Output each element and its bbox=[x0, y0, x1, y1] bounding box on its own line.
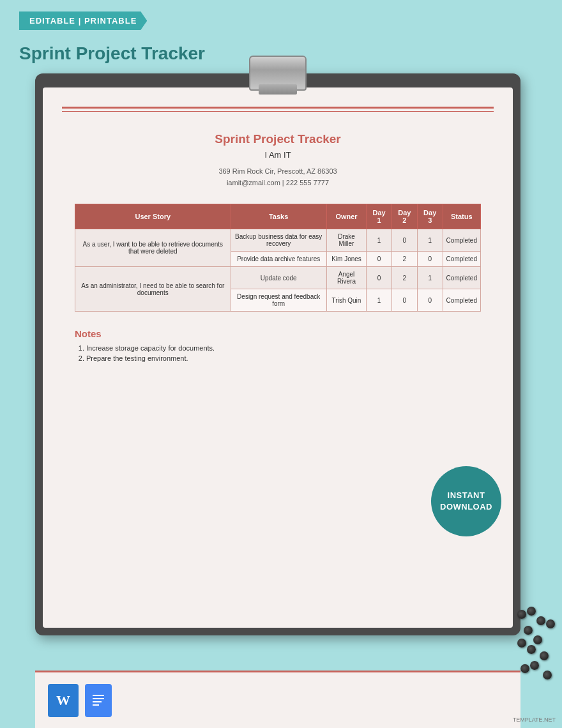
pushpin-11 bbox=[520, 664, 529, 673]
pushpin-6 bbox=[527, 645, 536, 654]
cell-day2: 2 bbox=[392, 252, 418, 267]
document-address: 369 Rim Rock Cir, Prescott, AZ 86303 iam… bbox=[75, 166, 481, 188]
badge-line1: INSTANT bbox=[448, 490, 485, 501]
cell-tasks: Design request and feedback form bbox=[231, 289, 326, 312]
cell-status: Completed bbox=[443, 229, 480, 252]
instant-download-badge[interactable]: INSTANT DOWNLOAD bbox=[431, 466, 501, 536]
pushpins-group bbox=[492, 600, 556, 696]
cell-day3: 1 bbox=[417, 229, 443, 252]
clipboard: Sprint Project Tracker I Am IT 369 Rim R… bbox=[35, 73, 520, 635]
editable-printable-banner: EDITABLE | PRINTABLE bbox=[19, 11, 147, 30]
cell-day3: 1 bbox=[417, 267, 443, 289]
document-title: Sprint Project Tracker bbox=[75, 132, 481, 146]
address-line1: 369 Rim Rock Cir, Prescott, AZ 86303 bbox=[218, 167, 337, 175]
word-icon[interactable]: W bbox=[48, 684, 79, 717]
col-user-story: User Story bbox=[75, 204, 231, 229]
paper: Sprint Project Tracker I Am IT 369 Rim R… bbox=[43, 87, 513, 628]
pushpin-5 bbox=[546, 619, 555, 628]
cell-tasks: Update code bbox=[231, 267, 326, 289]
col-owner: Owner bbox=[326, 204, 366, 229]
col-status: Status bbox=[443, 204, 480, 229]
pushpin-7 bbox=[540, 651, 549, 660]
cell-owner: Trish Quin bbox=[326, 289, 366, 312]
cell-owner: Angel Rivera bbox=[326, 267, 366, 289]
cell-day3: 0 bbox=[417, 252, 443, 267]
cell-owner: Drake Miller bbox=[326, 229, 366, 252]
page-title: Sprint Project Tracker bbox=[19, 43, 205, 64]
cell-owner: Kim Jones bbox=[326, 252, 366, 267]
col-day1: Day 1 bbox=[367, 204, 392, 229]
cell-status: Completed bbox=[443, 252, 480, 267]
svg-rect-1 bbox=[93, 695, 104, 696]
cell-day2: 0 bbox=[392, 229, 418, 252]
cell-day1: 0 bbox=[367, 252, 392, 267]
badge-line2: DOWNLOAD bbox=[440, 501, 492, 513]
word-icon-letter: W bbox=[56, 692, 70, 709]
svg-rect-0 bbox=[89, 690, 107, 711]
col-day3: Day 3 bbox=[417, 204, 443, 229]
cell-tasks: Backup business data for easy recovery bbox=[231, 229, 326, 252]
cell-tasks: Provide data archive features bbox=[231, 252, 326, 267]
svg-rect-2 bbox=[93, 698, 104, 699]
docs-svg bbox=[89, 690, 107, 711]
svg-rect-4 bbox=[93, 704, 99, 706]
note-item: Prepare the testing environment. bbox=[86, 354, 481, 362]
pushpin-12 bbox=[517, 610, 526, 619]
tracker-table: User Story Tasks Owner Day 1 Day 2 Day 3… bbox=[75, 204, 481, 312]
notes-title: Notes bbox=[75, 328, 481, 339]
pushpin-4 bbox=[533, 635, 542, 644]
cell-day3: 0 bbox=[417, 289, 443, 312]
cell-day1: 1 bbox=[367, 289, 392, 312]
pushpin-2 bbox=[536, 616, 545, 625]
document-subtitle: I Am IT bbox=[75, 150, 481, 160]
pushpin-1 bbox=[527, 607, 536, 616]
cell-status: Completed bbox=[443, 267, 480, 289]
document-content: Sprint Project Tracker I Am IT 369 Rim R… bbox=[75, 132, 481, 362]
col-tasks: Tasks bbox=[231, 204, 326, 229]
cell-status: Completed bbox=[443, 289, 480, 312]
table-row: As an administrator, I need to be able t… bbox=[75, 267, 481, 289]
cell-day2: 0 bbox=[392, 289, 418, 312]
pushpin-8 bbox=[517, 639, 526, 648]
notes-list: Increase storage capacity for documents.… bbox=[75, 344, 481, 362]
pushpin-9 bbox=[530, 661, 539, 670]
bottom-bar: W bbox=[35, 671, 520, 728]
pushpin-3 bbox=[524, 626, 533, 635]
paper-line-top bbox=[62, 107, 494, 109]
clipboard-clip bbox=[249, 56, 307, 91]
cell-day2: 2 bbox=[392, 267, 418, 289]
cell-user-story: As a user, I want to be able to retrieve… bbox=[75, 229, 231, 267]
banner-text: EDITABLE | PRINTABLE bbox=[29, 16, 137, 26]
col-day2: Day 2 bbox=[392, 204, 418, 229]
pushpin-10 bbox=[543, 671, 552, 679]
cell-day1: 1 bbox=[367, 229, 392, 252]
note-item: Increase storage capacity for documents. bbox=[86, 344, 481, 352]
google-docs-icon[interactable] bbox=[85, 684, 112, 717]
cell-user-story: As an administrator, I need to be able t… bbox=[75, 267, 231, 312]
cell-day1: 0 bbox=[367, 267, 392, 289]
paper-line-top2 bbox=[62, 111, 494, 112]
table-header-row: User Story Tasks Owner Day 1 Day 2 Day 3… bbox=[75, 204, 481, 229]
svg-rect-3 bbox=[93, 701, 102, 702]
table-row: As a user, I want to be able to retrieve… bbox=[75, 229, 481, 252]
address-line2: iamit@zmail.com | 222 555 7777 bbox=[227, 179, 329, 186]
watermark: TEMPLATE.NET bbox=[513, 717, 556, 723]
